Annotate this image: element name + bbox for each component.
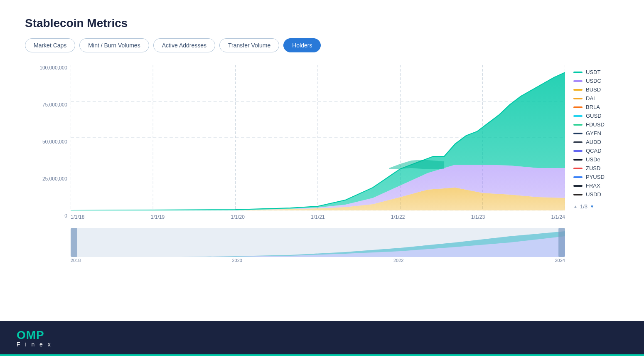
legend-color-usde [573, 159, 583, 161]
legend-color-busd [573, 89, 583, 91]
tab-mint-burn[interactable]: Mint / Burn Volumes [79, 38, 149, 52]
pagination-prev-icon[interactable]: ▲ [573, 204, 578, 209]
legend-item-brla[interactable]: BRLA [573, 104, 619, 110]
legend-label-usdt: USDT [586, 69, 600, 75]
y-label-0: 0 [25, 213, 71, 219]
legend-item-busd[interactable]: BUSD [573, 87, 619, 93]
legend-color-brla [573, 106, 583, 108]
minimap-x-2018: 2018 [71, 258, 81, 263]
svg-rect-20 [558, 228, 565, 257]
page-title: Stablecoin Metrics [25, 17, 619, 30]
legend-item-audd[interactable]: AUDD [573, 139, 619, 145]
logo-omp: OMP [17, 329, 44, 341]
legend-label-gyen: GYEN [586, 130, 601, 136]
legend-item-dai[interactable]: DAI [573, 95, 619, 101]
logo-finex: F i n e x [17, 341, 52, 348]
legend-color-usdc [573, 80, 583, 82]
pagination-next-icon[interactable]: ▼ [590, 204, 594, 209]
legend-color-fdusd [573, 124, 583, 126]
legend-color-dai [573, 98, 583, 99]
footer-bar [0, 354, 644, 356]
y-label-25m: 25,000,000 [25, 176, 71, 182]
legend-color-qcad [573, 150, 583, 152]
legend-item-gyen[interactable]: GYEN [573, 130, 619, 136]
tab-market-caps[interactable]: Market Caps [25, 38, 75, 52]
legend-label-audd: AUDD [586, 139, 601, 145]
legend-color-zusd [573, 168, 583, 169]
legend-label-brla: BRLA [586, 104, 600, 110]
x-label-2020: 1/1/20 [231, 214, 245, 220]
legend-item-usdt[interactable]: USDT [573, 69, 619, 75]
legend-label-usdc: USDC [586, 78, 601, 84]
x-label-2022: 1/1/22 [391, 214, 405, 220]
legend-item-fdusd[interactable]: FDUSD [573, 121, 619, 128]
legend-item-usdc[interactable]: USDC [573, 78, 619, 84]
legend-color-gusd [573, 115, 583, 117]
legend-color-gyen [573, 133, 583, 134]
minimap-x-2022: 2022 [393, 258, 403, 263]
tab-bar: Market Caps Mint / Burn Volumes Active A… [25, 38, 619, 52]
x-label-2023: 1/1/23 [471, 214, 485, 220]
y-label-100m: 100,000,000 [25, 65, 71, 71]
legend-item-gusd[interactable]: GUSD [573, 113, 619, 119]
chart-container: 100,000,000 75,000,000 50,000,000 25,000… [25, 65, 565, 263]
legend-label-usde: USDe [586, 156, 600, 163]
legend-label-usdd: USDD [586, 191, 601, 198]
legend-label-busd: BUSD [586, 87, 601, 93]
minimap-x-axis: 2018 2020 2022 2024 [71, 257, 565, 263]
legend-label-pyusd: PYUSD [586, 174, 605, 180]
x-label-2024: 1/1/24 [551, 214, 565, 220]
y-axis: 100,000,000 75,000,000 50,000,000 25,000… [25, 65, 71, 223]
tab-transfer-volume[interactable]: Transfer Volume [219, 38, 279, 52]
legend-color-audd [573, 141, 583, 143]
y-label-50m: 50,000,000 [25, 139, 71, 145]
legend-item-frax[interactable]: FRAX [573, 183, 619, 189]
y-label-75m: 75,000,000 [25, 102, 71, 108]
legend-pagination[interactable]: ▲ 1/3 ▼ [573, 203, 619, 210]
legend-label-gusd: GUSD [586, 113, 602, 119]
chart-area: 100,000,000 75,000,000 50,000,000 25,000… [25, 65, 619, 263]
x-label-2019: 1/1/19 [151, 214, 165, 220]
legend-item-pyusd[interactable]: PYUSD [573, 174, 619, 180]
legend: USDTUSDCBUSDDAIBRLAGUSDFDUSDGYENAUDDQCAD… [573, 65, 619, 210]
legend-color-pyusd [573, 176, 583, 178]
minimap[interactable] [71, 228, 565, 257]
svg-rect-19 [71, 228, 77, 257]
footer: OMP F i n e x [0, 321, 644, 356]
main-chart: 100,000,000 75,000,000 50,000,000 25,000… [25, 65, 565, 223]
pagination-text: 1/3 [580, 203, 587, 210]
legend-item-usdd[interactable]: USDD [573, 191, 619, 198]
legend-label-zusd: ZUSD [586, 165, 600, 171]
x-axis: 1/1/18 1/1/19 1/1/20 1/1/21 1/1/22 1/1/2… [71, 211, 565, 223]
legend-item-usde[interactable]: USDe [573, 156, 619, 163]
legend-color-frax [573, 185, 583, 187]
tab-holders[interactable]: Holders [283, 38, 321, 52]
legend-label-fdusd: FDUSD [586, 121, 605, 128]
x-label-2018: 1/1/18 [71, 214, 84, 220]
legend-label-dai: DAI [586, 95, 595, 101]
chart-svg-area [71, 65, 565, 210]
svg-marker-15 [389, 160, 444, 169]
legend-item-zusd[interactable]: ZUSD [573, 165, 619, 171]
logo: OMP F i n e x [17, 329, 52, 348]
legend-item-qcad[interactable]: QCAD [573, 148, 619, 154]
main-content: Stablecoin Metrics Market Caps Mint / Bu… [0, 0, 644, 321]
minimap-x-2024: 2024 [555, 258, 565, 263]
x-label-2021: 1/1/21 [311, 214, 324, 220]
tab-active-addresses[interactable]: Active Addresses [153, 38, 215, 52]
minimap-x-2020: 2020 [232, 258, 242, 263]
legend-color-usdt [573, 72, 583, 73]
legend-label-qcad: QCAD [586, 148, 602, 154]
legend-label-frax: FRAX [586, 183, 600, 189]
legend-color-usdd [573, 194, 583, 195]
